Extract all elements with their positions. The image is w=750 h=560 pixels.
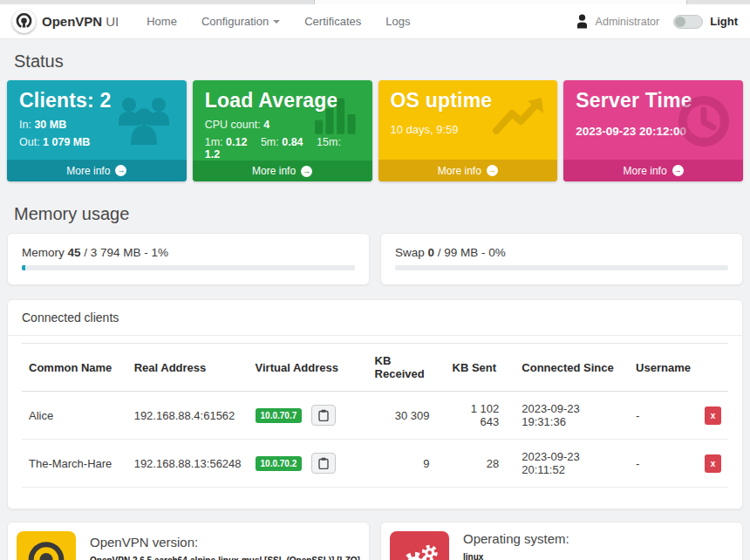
swap-usage-card: Swap 0 / 99 MB - 0%: [380, 233, 743, 285]
memory-progress-track: [22, 265, 355, 270]
system-info-cards: OpenVPN version: OpenVPN 2.6.5 aarch64-a…: [7, 522, 743, 560]
version-detail: OpenVPN 2.6.5 aarch64-alpine-linux-musl …: [90, 553, 360, 560]
arrow-right-icon: →: [672, 165, 684, 176]
col-common-name: Common Name: [22, 344, 127, 392]
real-address-cell: 192.168.88.4:61562: [127, 392, 249, 440]
more-info-label: More info: [252, 165, 296, 177]
col-kb-sent: KB Sent: [446, 344, 515, 392]
copy-address-button[interactable]: [311, 453, 336, 474]
nav-configuration[interactable]: Configuration: [189, 15, 292, 28]
col-username: Username: [629, 344, 698, 392]
memory-heading: Memory usage: [14, 204, 743, 224]
copy-address-button[interactable]: [311, 405, 336, 426]
bar-chart-icon: [311, 92, 362, 136]
uptime-more-info-link[interactable]: More info →: [378, 160, 558, 181]
gears-icon: [398, 539, 441, 560]
load-5m: 5m: 0.84: [261, 136, 303, 148]
table-row: The-March-Hare 192.168.88.13:56248 10.0.…: [22, 440, 728, 488]
nav-logs-label: Logs: [385, 15, 410, 28]
real-address-cell: 192.168.88.13:56248: [127, 440, 249, 488]
disconnect-client-button[interactable]: x: [705, 454, 721, 473]
load-more-info-link[interactable]: More info →: [193, 160, 372, 181]
nav-certificates[interactable]: Certificates: [292, 15, 373, 28]
clipboard-icon: [318, 457, 329, 469]
kb-received-cell: 9: [368, 440, 446, 488]
operating-system-icon: [390, 531, 449, 560]
nav-logs[interactable]: Logs: [373, 15, 422, 28]
openvpn-version-icon: [17, 531, 76, 560]
trend-up-icon: [491, 92, 547, 136]
more-info-label: More info: [624, 165, 667, 177]
operating-system-card: Operating system: linux Architecture: ar…: [380, 522, 743, 560]
caret-down-icon: [273, 20, 280, 24]
connected-clients-table: Common Name Real Address Virtual Address…: [22, 343, 728, 488]
version-title: OpenVPN version:: [90, 535, 360, 550]
nav-certificates-label: Certificates: [304, 15, 361, 28]
detail: / 3 794 MB - 1%: [84, 246, 168, 259]
disconnect-client-button[interactable]: x: [705, 406, 721, 425]
connected-since-cell: 2023-09-23 20:11:52: [515, 440, 629, 488]
label: In:: [19, 119, 31, 131]
arrow-right-icon: →: [487, 165, 498, 176]
swap-progress-track: [395, 265, 728, 270]
server-time-more-info-link[interactable]: More info →: [563, 160, 743, 181]
nav-configuration-label: Configuration: [201, 15, 269, 28]
clipboard-icon: [318, 409, 329, 421]
connected-since-cell: 2023-09-23 19:31:36: [515, 392, 629, 440]
status-cards: Clients: 2 In: 30 MB Out: 1 079 MB More …: [7, 80, 743, 181]
brand-link[interactable]: OpenVPN UI: [12, 10, 119, 33]
actions-cell: x: [698, 440, 728, 488]
load-metrics-line: 1m: 0.12 5m: 0.84 15m: 1.2: [205, 136, 360, 160]
server-time-card-body: Server Time 2023-09-23 20:12:00: [563, 80, 743, 160]
value: 30 MB: [34, 119, 66, 131]
col-kb-received: KB Received: [368, 344, 446, 392]
clients-more-info-link[interactable]: More info →: [7, 160, 187, 181]
value: 1 079 MB: [43, 136, 90, 148]
value: 2023-09-23 20:12:00: [576, 125, 686, 138]
os-title: Operating system:: [463, 531, 569, 546]
nav-home[interactable]: Home: [134, 15, 189, 28]
clients-card-body: Clients: 2 In: 30 MB Out: 1 079 MB: [7, 80, 187, 160]
value: 4: [263, 119, 269, 131]
virtual-address-cell: 10.0.70.7: [249, 392, 368, 440]
label: Swap: [395, 246, 425, 259]
col-connected-since: Connected Since: [515, 344, 629, 392]
more-info-label: More info: [66, 165, 110, 177]
label: Out:: [19, 136, 40, 148]
arrow-right-icon: →: [301, 166, 312, 177]
openvpn-logo-icon: [25, 540, 67, 560]
openvpn-version-card: OpenVPN version: OpenVPN 2.6.5 aarch64-a…: [7, 522, 370, 560]
theme-toggle-label: Light: [710, 15, 738, 28]
col-virtual-address: Virtual Address: [249, 344, 368, 392]
clock-icon: [675, 92, 733, 150]
connected-clients-title: Connected clients: [8, 300, 742, 336]
virtual-address-cell: 10.0.70.2: [249, 440, 368, 488]
detail: / 99 MB - 0%: [438, 246, 506, 259]
uptime-card-body: OS uptime 10 days, 9:59: [378, 80, 558, 160]
username-cell: -: [629, 440, 698, 488]
col-real-address: Real Address: [127, 344, 249, 392]
main-content: Status Clients: 2 In: 30 MB Out:: [0, 51, 750, 560]
value: 45: [68, 246, 81, 259]
username-cell: -: [629, 392, 698, 440]
memory-usage-card: Memory 45 / 3 794 MB - 1%: [7, 233, 370, 285]
connected-clients-card: Connected clients Common Name Real Addre…: [7, 299, 743, 509]
browser-edge-strip: [0, 0, 750, 4]
brand-name: OpenVPN: [42, 14, 102, 29]
memory-cards: Memory 45 / 3 794 MB - 1% Swap 0 / 99 MB…: [7, 233, 743, 285]
memory-progress-fill: [22, 265, 25, 270]
table-row: Alice 192.168.88.4:61562 10.0.70.7: [22, 392, 728, 440]
kb-sent-cell: 1 102 643: [446, 392, 515, 440]
col-actions: [698, 344, 728, 392]
user-name: Administrator: [596, 16, 660, 28]
swap-text: Swap 0 / 99 MB - 0%: [395, 246, 728, 259]
connected-clients-table-wrap: Common Name Real Address Virtual Address…: [8, 336, 742, 509]
virtual-address-badge: 10.0.70.7: [256, 408, 303, 423]
theme-toggle[interactable]: [673, 15, 703, 29]
os-text: Operating system: linux Architecture: ar…: [463, 531, 569, 560]
navbar: OpenVPN UI Home Configuration Certificat…: [0, 4, 750, 39]
brand-suffix: UI: [106, 14, 119, 29]
value: 0: [428, 246, 435, 259]
common-name-cell: The-March-Hare: [22, 440, 127, 488]
os-uptime-status-card: OS uptime 10 days, 9:59 More info →: [378, 80, 558, 181]
